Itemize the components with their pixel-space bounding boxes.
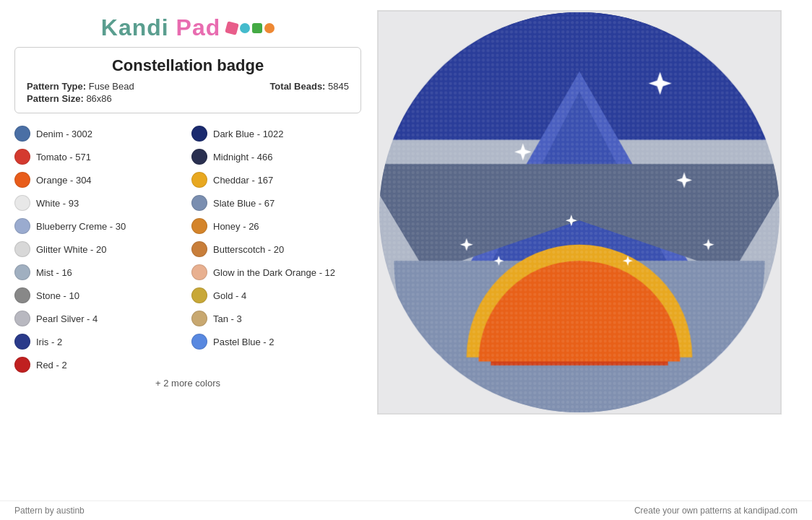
bead-color xyxy=(14,357,30,373)
bead-item: Iris - 2 xyxy=(14,332,184,352)
pattern-type-value: Fuse Bead xyxy=(89,81,134,92)
bead-item: Orange - 304 xyxy=(14,170,184,190)
bead-item: White - 93 xyxy=(14,193,184,213)
bead-color xyxy=(191,287,207,303)
bead-color xyxy=(14,334,30,350)
bead-item: Dark Blue - 1022 xyxy=(191,124,361,144)
bead-item: Pearl Silver - 4 xyxy=(14,308,184,329)
pattern-size-value: 86x86 xyxy=(86,93,111,104)
bead-item: Denim - 3002 xyxy=(14,124,184,144)
bead-color xyxy=(191,311,207,326)
bead-color xyxy=(14,172,30,188)
bead-color xyxy=(191,264,207,280)
bead-item: Midnight - 466 xyxy=(191,147,361,167)
bead-color xyxy=(191,172,207,188)
bead-label: Honey - 26 xyxy=(213,221,259,232)
logo-kandi: Kandi xyxy=(101,14,169,40)
bead-color xyxy=(191,126,207,142)
bead-label: Butterscotch - 20 xyxy=(213,244,284,255)
bead-item: Glitter White - 20 xyxy=(14,239,184,259)
bead-label: Blueberry Creme - 30 xyxy=(36,221,126,232)
bead-color xyxy=(14,126,30,142)
logo-icon-4 xyxy=(264,23,275,33)
pattern-type-label: Pattern Type: xyxy=(27,81,86,92)
footer-right: Create your own patterns at kandipad.com xyxy=(634,506,798,516)
logo-icon-1 xyxy=(225,21,239,35)
logo-icons xyxy=(226,22,275,34)
bead-color xyxy=(191,149,207,165)
bead-color xyxy=(191,334,207,350)
pattern-type: Pattern Type: Fuse Bead xyxy=(27,81,134,92)
bead-item: Mist - 16 xyxy=(14,262,184,282)
bead-item: Slate Blue - 67 xyxy=(191,193,361,213)
bead-label: Cheddar - 167 xyxy=(213,175,273,186)
title-box: Constellation badge Pattern Type: Fuse B… xyxy=(14,47,361,113)
bead-label: Pearl Silver - 4 xyxy=(36,313,98,324)
bead-item: Honey - 26 xyxy=(191,216,361,236)
title-meta: Pattern Type: Fuse Bead Pattern Size: 86… xyxy=(27,81,349,104)
meta-right: Total Beads: 5845 xyxy=(269,81,349,104)
logo-icon-3 xyxy=(252,23,262,33)
bead-color xyxy=(14,218,30,234)
footer-left: Pattern by austinb xyxy=(14,506,85,516)
pattern-title: Constellation badge xyxy=(27,56,349,75)
bead-color xyxy=(191,218,207,234)
bead-label: Pastel Blue - 2 xyxy=(213,337,275,347)
main-content: Kandi Pad Constellation badge Pattern Ty… xyxy=(0,0,812,500)
bead-label: Slate Blue - 67 xyxy=(213,198,275,209)
bead-item: Butterscotch - 20 xyxy=(191,239,361,259)
bead-item: Glow in the Dark Orange - 12 xyxy=(191,262,361,282)
bead-label: Denim - 3002 xyxy=(36,129,92,139)
logo-pad: Pad xyxy=(169,14,221,40)
bead-color xyxy=(14,149,30,165)
bead-item: Cheddar - 167 xyxy=(191,170,361,190)
bead-label: Tomato - 571 xyxy=(36,152,91,162)
pattern-size-label: Pattern Size: xyxy=(27,93,84,104)
bead-label: Glitter White - 20 xyxy=(36,244,107,255)
bead-label: Orange - 304 xyxy=(36,175,92,186)
bead-color xyxy=(14,241,30,257)
total-beads-value: 5845 xyxy=(328,81,349,92)
bead-label: Red - 2 xyxy=(36,360,67,370)
bead-color xyxy=(14,311,30,326)
bead-color xyxy=(14,264,30,280)
pattern-size: Pattern Size: 86x86 xyxy=(27,93,134,104)
meta-left: Pattern Type: Fuse Bead Pattern Size: 86… xyxy=(27,81,134,104)
bead-label: Mist - 16 xyxy=(36,267,72,278)
bead-label: White - 93 xyxy=(36,198,79,209)
footer: Pattern by austinb Create your own patte… xyxy=(0,500,812,520)
bead-color xyxy=(14,287,30,303)
bead-color xyxy=(191,241,207,257)
logo-text: Kandi Pad xyxy=(101,14,220,41)
bead-item: Stone - 10 xyxy=(14,285,184,306)
bead-label: Tan - 3 xyxy=(213,313,242,324)
more-colors-text: + 2 more colors xyxy=(14,378,361,389)
bead-item: Tan - 3 xyxy=(191,308,361,329)
total-beads-label: Total Beads: xyxy=(269,81,325,92)
bead-label: Glow in the Dark Orange - 12 xyxy=(213,267,335,278)
right-panel xyxy=(361,7,798,493)
bead-label: Midnight - 466 xyxy=(213,152,272,162)
bead-item: Blueberry Creme - 30 xyxy=(14,216,184,236)
bead-grid: Denim - 3002Dark Blue - 1022Tomato - 571… xyxy=(14,124,361,375)
bead-color xyxy=(191,195,207,211)
bead-label: Gold - 4 xyxy=(213,290,246,301)
logo-area: Kandi Pad xyxy=(14,7,361,47)
bead-item: Pastel Blue - 2 xyxy=(191,332,361,352)
bead-label: Stone - 10 xyxy=(36,290,79,301)
bead-item: Tomato - 571 xyxy=(14,147,184,167)
pattern-canvas xyxy=(377,10,782,415)
bead-color xyxy=(14,195,30,211)
total-beads: Total Beads: 5845 xyxy=(269,81,349,92)
bead-label: Dark Blue - 1022 xyxy=(213,129,284,139)
logo-icon-2 xyxy=(240,23,250,33)
bead-label: Iris - 2 xyxy=(36,337,62,347)
left-panel: Kandi Pad Constellation badge Pattern Ty… xyxy=(14,7,361,493)
bead-item: Gold - 4 xyxy=(191,285,361,306)
bead-item: Red - 2 xyxy=(14,355,184,375)
pattern-container xyxy=(377,10,782,415)
